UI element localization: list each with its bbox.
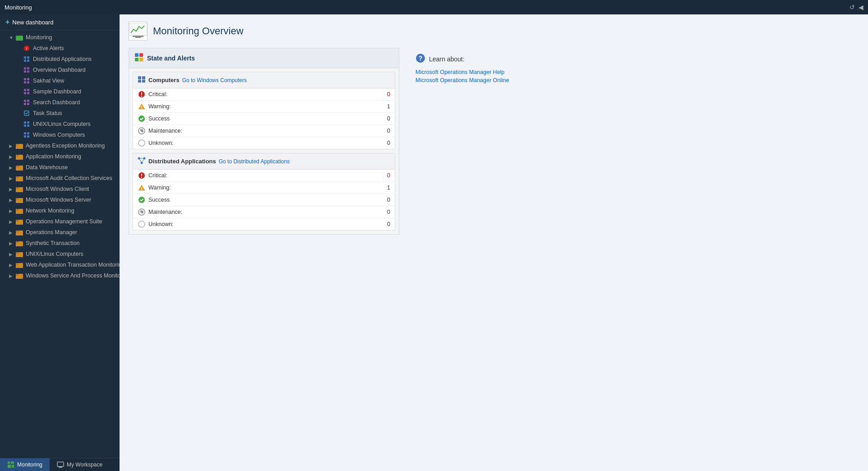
sidebar-item-overview-dashboard[interactable]: Overview Dashboard [0, 65, 120, 75]
sidebar-item-label-ms-win-client: Microsoft Windows Client [26, 186, 89, 192]
svg-rect-72 [139, 53, 143, 57]
sidebar-item-label-search-dashboard: Search Dashboard [33, 99, 80, 106]
my-workspace-tab-label: My Workspace [67, 462, 102, 468]
monitoring-tab[interactable]: Monitoring [0, 458, 50, 471]
sidebar-item-unix-linux[interactable]: UNIX/Linux Computers [0, 119, 120, 129]
svg-rect-69 [133, 36, 143, 37]
plus-icon: + [5, 18, 9, 26]
computers-maintenance-label: Maintenance: [146, 128, 377, 134]
state-alerts-box: State and Alerts Computer [129, 48, 399, 235]
arrow-app-monitoring: ▶ [9, 154, 15, 159]
svg-point-103 [141, 211, 143, 213]
arrow-network-monitoring: ▶ [9, 208, 15, 213]
sidebar-item-active-alerts[interactable]: ! Active Alerts [0, 43, 120, 54]
data-warehouse-icon [15, 164, 23, 171]
arrow-ms-win-server: ▶ [9, 198, 15, 203]
sidebar-item-ms-win-client[interactable]: ▶ Microsoft Windows Client [0, 184, 120, 194]
sidebar-item-search-dashboard[interactable]: Search Dashboard [0, 97, 120, 108]
distributed-apps-section: Distributed Applications Go to Distribut… [133, 153, 395, 231]
unknown-icon [138, 139, 146, 147]
da-critical-label: Critical: [146, 172, 377, 179]
my-workspace-tab[interactable]: My Workspace [50, 458, 110, 471]
sidebar-item-web-app-transaction[interactable]: ▶ Web Application Transaction Monitoring [0, 259, 120, 270]
sidebar-item-label-windows-computers: Windows Computers [33, 132, 85, 138]
learn-about-title: Learn about: [429, 55, 465, 63]
sidebar-item-unix-linux-grp[interactable]: ▶ UNIX/Linux Computers [0, 249, 120, 259]
sidebar-item-app-monitoring[interactable]: ▶ Application Monitoring [0, 151, 120, 162]
svg-rect-60 [16, 274, 19, 276]
critical-icon [138, 91, 146, 98]
svg-rect-7 [27, 60, 29, 62]
svg-rect-78 [142, 80, 145, 83]
sidebar-item-monitoring-root[interactable]: ▼ Monitoring [0, 32, 120, 43]
svg-rect-77 [138, 80, 141, 83]
svg-rect-40 [16, 166, 19, 167]
sidebar-item-windows-computers[interactable]: Windows Computers [0, 129, 120, 140]
svg-rect-42 [16, 176, 19, 178]
arrow-data-warehouse: ▶ [9, 165, 15, 170]
svg-rect-36 [16, 144, 19, 146]
svg-rect-68 [129, 23, 147, 36]
distributed-apps-link[interactable]: Go to Distributed Applications [219, 158, 290, 165]
search-dashboard-icon [23, 99, 31, 106]
da-critical-row: Critical: 0 [133, 170, 395, 182]
svg-rect-62 [11, 462, 14, 464]
monitoring-overview-icon [129, 23, 147, 39]
computers-link[interactable]: Go to Windows Computers [182, 77, 247, 83]
sidebar-item-synthetic-transaction[interactable]: ▶ Synthetic Transaction [0, 238, 120, 249]
da-success-icon [138, 196, 146, 203]
sidebar-item-network-monitoring[interactable]: ▶ Network Monitoring [0, 205, 120, 216]
sidebar-item-distributed-apps[interactable]: Distributed Applications [0, 54, 120, 65]
new-dashboard-button[interactable]: + New dashboard [0, 14, 120, 30]
learn-about-panel: ? Learn about: Microsoft Operations Mana… [408, 48, 526, 235]
unix-linux-grp-icon [15, 250, 23, 258]
da-warning-label: Warning: [146, 185, 377, 191]
maintenance-icon [138, 127, 146, 134]
sidebar-item-agentless-exception[interactable]: ▶ Agentless Exception Monitoring [0, 140, 120, 151]
sidebar-item-task-status[interactable]: Task Status [0, 108, 120, 119]
sidebar-item-sample-dashboard[interactable]: Sample Dashboard [0, 86, 120, 97]
sidebar-item-ops-mgmt-suite[interactable]: ▶ Operations Management Suite [0, 216, 120, 227]
content-area: Monitoring Overview State and Alerts [120, 14, 868, 471]
da-success-row: Success 0 [133, 194, 395, 206]
top-bar: Monitoring ↺ ◀ [0, 0, 868, 14]
da-warning-icon [138, 184, 146, 191]
collapse-icon[interactable]: ◀ [859, 4, 863, 11]
svg-rect-76 [142, 76, 145, 79]
da-maintenance-row: Maintenance: 0 [133, 206, 395, 218]
sidebar-item-data-warehouse[interactable]: ▶ Data Warehouse [0, 162, 120, 173]
sidebar-item-ms-win-server[interactable]: ▶ Microsoft Windows Server [0, 194, 120, 205]
svg-point-100 [141, 189, 142, 190]
computers-section-icon [138, 76, 146, 84]
arrow-operations-manager: ▶ [9, 230, 15, 235]
ms-ops-online-link[interactable]: Microsoft Operations Manager Online [416, 76, 518, 84]
ms-ops-help-link[interactable]: Microsoft Operations Manager Help [416, 68, 518, 76]
sidebar-item-ms-audit[interactable]: ▶ Microsoft Audit Collection Services [0, 173, 120, 184]
da-unknown-value: 0 [377, 221, 390, 227]
computers-critical-value: 0 [377, 91, 390, 97]
da-maintenance-value: 0 [377, 209, 390, 215]
arrow-windows-service-process: ▶ [9, 273, 15, 278]
svg-rect-9 [27, 67, 29, 69]
refresh-icon[interactable]: ↺ [850, 4, 855, 11]
svg-line-93 [139, 158, 142, 163]
state-alerts-icon [134, 53, 143, 63]
svg-line-94 [142, 158, 144, 163]
sidebar-item-operations-manager[interactable]: ▶ Operations Manager [0, 227, 120, 238]
operations-manager-icon [15, 229, 23, 236]
warning-icon [138, 103, 146, 110]
arrow-agentless: ▶ [9, 143, 15, 148]
computers-success-value: 0 [377, 115, 390, 122]
sidebar-item-sakhat-view[interactable]: Sakhat View [0, 75, 120, 86]
da-critical-value: 0 [377, 172, 390, 179]
app-monitoring-icon [15, 153, 23, 160]
sidebar-item-windows-service-process[interactable]: ▶ Windows Service And Process Monitoring [0, 270, 120, 281]
svg-rect-1 [16, 36, 19, 37]
synthetic-transaction-icon [15, 240, 23, 247]
top-bar-icons: ↺ ◀ [850, 4, 863, 11]
computers-section-header: Computers Go to Windows Computers [133, 72, 395, 88]
arrow-ms-win-client: ▶ [9, 187, 15, 192]
sidebar-item-label-distributed-apps: Distributed Applications [33, 56, 92, 62]
svg-rect-61 [8, 462, 10, 464]
bottom-tabs: Monitoring My Workspace [0, 458, 120, 471]
